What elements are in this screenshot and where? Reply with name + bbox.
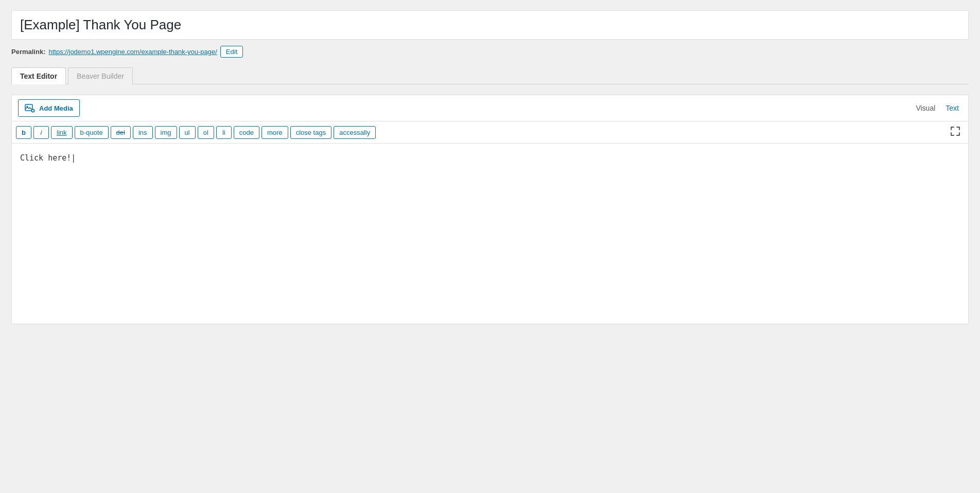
visual-toggle-button[interactable]: Visual <box>913 102 938 114</box>
add-media-icon <box>25 103 35 113</box>
visual-text-toggle: Visual Text <box>913 102 962 114</box>
expand-icon <box>951 127 960 136</box>
format-ul-button[interactable]: ul <box>179 126 196 139</box>
toolbar-top: Add Media Visual Text <box>12 95 968 121</box>
format-li-button[interactable]: li <box>216 126 232 139</box>
permalink-edit-button[interactable]: Edit <box>220 46 243 58</box>
format-close-tags-button[interactable]: close tags <box>290 126 332 139</box>
format-img-button[interactable]: img <box>155 126 177 139</box>
format-bquote-button[interactable]: b-quote <box>75 126 109 139</box>
add-media-button[interactable]: Add Media <box>18 99 80 117</box>
tab-text-editor[interactable]: Text Editor <box>11 67 66 84</box>
tabs-row: Text Editor Beaver Builder <box>11 67 969 84</box>
editor-container: Add Media Visual Text b i link b-quote d… <box>11 95 969 324</box>
format-code-button[interactable]: code <box>234 126 259 139</box>
permalink-url[interactable]: https://jodemo1.wpengine.com/example-tha… <box>48 48 217 56</box>
format-more-button[interactable]: more <box>261 126 288 139</box>
permalink-row: Permalink: https://jodemo1.wpengine.com/… <box>11 46 969 58</box>
format-bold-button[interactable]: b <box>16 126 31 139</box>
expand-editor-button[interactable] <box>947 125 964 140</box>
format-toolbar: b i link b-quote del ins img ul <box>12 121 968 144</box>
text-toggle-button[interactable]: Text <box>942 102 962 114</box>
tab-beaver-builder[interactable]: Beaver Builder <box>68 67 133 84</box>
page-wrapper: Permalink: https://jodemo1.wpengine.com/… <box>11 10 969 324</box>
editor-text-area[interactable]: Click here!| <box>12 144 968 324</box>
format-link-button[interactable]: link <box>51 126 73 139</box>
format-ins-button[interactable]: ins <box>133 126 153 139</box>
format-del-button[interactable]: del <box>111 126 131 139</box>
format-italic-button[interactable]: i <box>33 126 49 139</box>
format-accessally-button[interactable]: accessally <box>334 126 376 139</box>
permalink-label: Permalink: <box>11 48 45 56</box>
page-title-input[interactable] <box>11 10 969 40</box>
format-ol-button[interactable]: ol <box>198 126 214 139</box>
